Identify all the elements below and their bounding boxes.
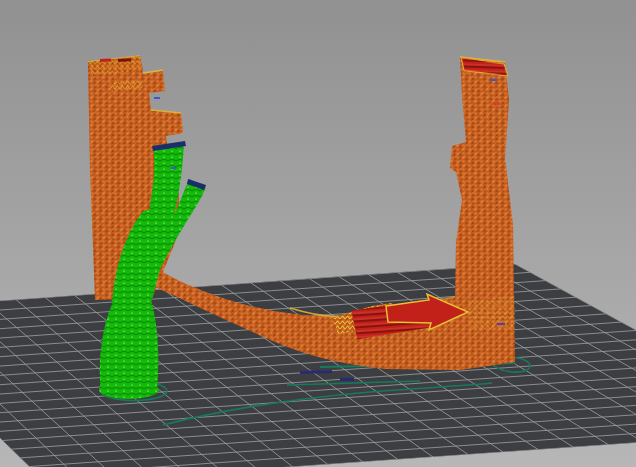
scene-canvas <box>0 0 636 467</box>
slicer-3d-viewport[interactable] <box>0 0 636 467</box>
